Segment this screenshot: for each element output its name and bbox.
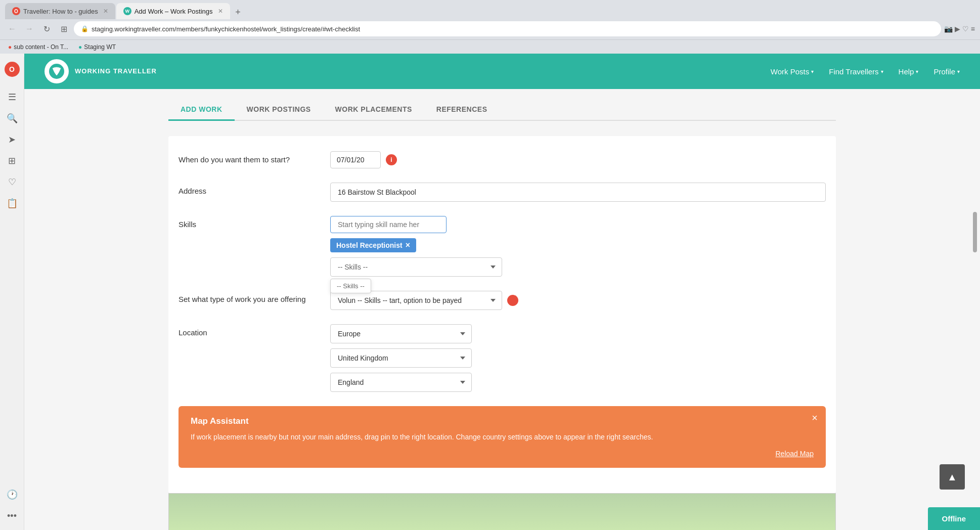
map-assistant: × Map Assistant If work placement is nea… bbox=[179, 406, 826, 468]
tab-close-1[interactable]: ✕ bbox=[103, 8, 108, 15]
work-type-select-row: Volun -- Skills -- tart, option to be pa… bbox=[330, 291, 826, 310]
skills-dropdown[interactable]: -- Skills -- bbox=[330, 257, 502, 277]
bookmark-label-1: sub content - On T... bbox=[14, 43, 68, 51]
tab-favicon-opera: O bbox=[12, 7, 20, 15]
tab-label-1: Traveller: How to - guides bbox=[23, 8, 98, 15]
continent-select[interactable]: Europe bbox=[330, 324, 472, 343]
bookmarks-bar: ● sub content - On T... ● Staging WT bbox=[0, 39, 980, 54]
bookmark-icon-1: ● bbox=[8, 43, 12, 51]
tab-work-postings[interactable]: WORK POSTINGS bbox=[235, 99, 323, 121]
map-preview: Castletown Morecambe Settle Grassington bbox=[168, 493, 836, 530]
forward-button[interactable]: → bbox=[22, 22, 36, 36]
scroll-indicator[interactable] bbox=[973, 212, 977, 252]
address-bar[interactable]: 🔒 staging.workingtraveller.com/members/f… bbox=[74, 21, 941, 36]
work-type-input-group: Volun -- Skills -- tart, option to be pa… bbox=[330, 291, 826, 310]
view-tabs-button[interactable]: ⊞ bbox=[57, 22, 71, 36]
address-bar-row: ← → ↻ ⊞ 🔒 staging.workingtraveller.com/m… bbox=[0, 19, 980, 39]
skills-dropdown-wrapper: -- Skills -- -- Skills -- bbox=[330, 257, 826, 277]
tab-add-work[interactable]: W Add Work – Work Postings ✕ bbox=[116, 3, 230, 19]
menu-icon[interactable]: ≡ bbox=[971, 25, 975, 33]
main-wrapper: WORKING TRAVELLER Work Posts ▾ Find Trav… bbox=[24, 54, 980, 530]
apps-sidebar-icon[interactable]: ⊞ bbox=[3, 152, 21, 170]
back-button[interactable]: ← bbox=[5, 22, 19, 36]
map-assistant-text: If work placement is nearby but not your… bbox=[191, 431, 814, 443]
tab-close-2[interactable]: ✕ bbox=[218, 8, 223, 15]
send-sidebar-icon[interactable]: ➤ bbox=[3, 130, 21, 149]
work-type-select[interactable]: Volun -- Skills -- tart, option to be pa… bbox=[330, 291, 502, 310]
lock-icon: 🔒 bbox=[81, 25, 88, 32]
cast-icon[interactable]: ▶ bbox=[955, 25, 960, 33]
tab-traveller-guides[interactable]: O Traveller: How to - guides ✕ bbox=[5, 3, 115, 19]
bookmark-label-2: Staging WT bbox=[84, 43, 116, 51]
nav-help[interactable]: Help ▾ bbox=[899, 67, 919, 76]
reload-map-button[interactable]: Reload Map bbox=[776, 450, 814, 458]
address-input-group bbox=[330, 183, 826, 202]
left-sidebar: O ☰ 🔍 ➤ ⊞ ♡ 📋 🕐 ••• bbox=[0, 57, 24, 530]
skill-tag-label: Hostel Receptionist bbox=[336, 241, 403, 249]
site-header: WORKING TRAVELLER Work Posts ▾ Find Trav… bbox=[24, 54, 980, 89]
offline-badge: Offline bbox=[928, 507, 981, 530]
skills-row: Skills Hostel Receptionist × bbox=[179, 216, 826, 277]
site-nav: Work Posts ▾ Find Travellers ▾ Help ▾ Pr… bbox=[771, 67, 960, 76]
bookmark-staging-wt[interactable]: ● Staging WT bbox=[75, 42, 119, 52]
form-container: When do you want them to start? i Addres… bbox=[168, 136, 836, 493]
url-text: staging.workingtraveller.com/members/fun… bbox=[92, 25, 934, 33]
nav-profile[interactable]: Profile ▾ bbox=[933, 67, 960, 76]
nav-profile-arrow: ▾ bbox=[957, 69, 960, 74]
tabs-bar: O Traveller: How to - guides ✕ W Add Wor… bbox=[0, 0, 980, 19]
nav-find-travellers-label: Find Travellers bbox=[829, 67, 878, 76]
logo-svg bbox=[49, 63, 65, 79]
address-actions: 📷 ▶ ♡ ≡ bbox=[944, 25, 975, 33]
nav-profile-label: Profile bbox=[933, 67, 955, 76]
nav-help-arrow: ▾ bbox=[916, 69, 918, 74]
location-row: Location Europe United Kingdom England bbox=[179, 324, 826, 392]
bookmark-sub-content[interactable]: ● sub content - On T... bbox=[5, 42, 71, 52]
heart-icon[interactable]: ♡ bbox=[962, 25, 969, 33]
address-input[interactable] bbox=[330, 183, 826, 202]
logo-text: WORKING TRAVELLER bbox=[75, 67, 157, 76]
extensions-sidebar-icon[interactable]: ••• bbox=[3, 507, 21, 525]
opera-icon[interactable]: O bbox=[5, 62, 20, 77]
page-content: ADD WORK WORK POSTINGS WORK PLACEMENTS R… bbox=[148, 89, 856, 530]
skills-label: Skills bbox=[179, 216, 320, 229]
favorites-sidebar-icon[interactable]: ♡ bbox=[3, 173, 21, 191]
logo-icon bbox=[44, 59, 69, 83]
news-sidebar-icon[interactable]: 📋 bbox=[3, 194, 21, 212]
address-row: Address bbox=[179, 183, 826, 202]
tab-add-work-page[interactable]: ADD WORK bbox=[168, 99, 235, 121]
history-sidebar-icon[interactable]: 🕐 bbox=[3, 485, 21, 504]
page-tabs: ADD WORK WORK POSTINGS WORK PLACEMENTS R… bbox=[168, 99, 836, 121]
work-type-label: Set what type of work you are offering bbox=[179, 291, 320, 303]
address-label: Address bbox=[179, 183, 320, 195]
work-type-error-dot bbox=[507, 295, 518, 306]
nav-work-posts-arrow: ▾ bbox=[811, 69, 814, 74]
search-sidebar-icon[interactable]: 🔍 bbox=[3, 109, 21, 127]
camera-icon[interactable]: 📷 bbox=[944, 25, 953, 33]
new-tab-button[interactable]: + bbox=[231, 5, 245, 19]
tab-label-2: Add Work – Work Postings bbox=[135, 8, 213, 15]
skill-tag-close[interactable]: × bbox=[406, 241, 410, 249]
nav-work-posts[interactable]: Work Posts ▾ bbox=[771, 67, 814, 76]
start-date-row: When do you want them to start? i bbox=[179, 151, 826, 168]
location-input-group: Europe United Kingdom England bbox=[330, 324, 826, 392]
site-logo[interactable]: WORKING TRAVELLER bbox=[44, 59, 157, 83]
tab-references[interactable]: REFERENCES bbox=[424, 99, 500, 121]
start-date-label: When do you want them to start? bbox=[179, 151, 320, 164]
tab-favicon-wt: W bbox=[123, 7, 131, 15]
skills-input-group: Hostel Receptionist × -- Skills -- -- Sk… bbox=[330, 216, 826, 277]
skill-tag-hostel-receptionist: Hostel Receptionist × bbox=[330, 238, 416, 252]
nav-find-travellers[interactable]: Find Travellers ▾ bbox=[829, 67, 883, 76]
start-date-input-group: i bbox=[330, 151, 826, 168]
location-selects: Europe United Kingdom England bbox=[330, 324, 826, 392]
menu-sidebar-icon[interactable]: ☰ bbox=[3, 88, 21, 106]
region-select[interactable]: England bbox=[330, 373, 472, 392]
tab-work-placements[interactable]: WORK PLACEMENTS bbox=[323, 99, 424, 121]
start-date-input[interactable] bbox=[330, 151, 381, 168]
reload-button[interactable]: ↻ bbox=[39, 22, 54, 36]
skills-text-input[interactable] bbox=[330, 216, 447, 233]
map-assistant-close[interactable]: × bbox=[812, 412, 818, 424]
nav-help-label: Help bbox=[899, 67, 914, 76]
country-select[interactable]: United Kingdom bbox=[330, 348, 472, 368]
skill-tag-container: Hostel Receptionist × bbox=[330, 238, 826, 252]
scroll-up-button[interactable]: ▲ bbox=[940, 464, 965, 490]
